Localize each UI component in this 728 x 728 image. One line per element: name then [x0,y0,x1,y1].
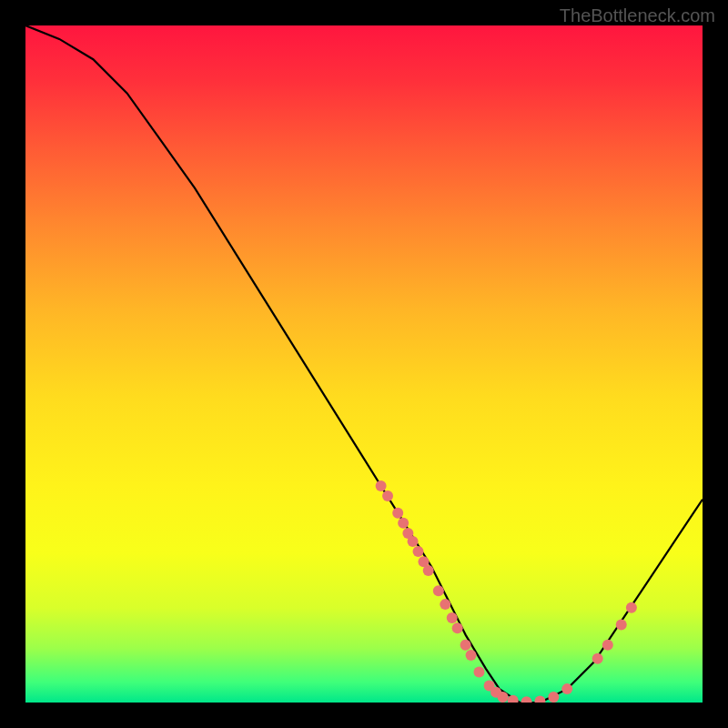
chart-svg [25,25,703,703]
data-point-marker [561,683,572,694]
plot-area [25,25,703,703]
data-point-marker [382,490,393,501]
data-point-marker [433,585,444,596]
data-point-marker [460,640,471,651]
data-point-marker [498,692,509,703]
data-point-marker [626,602,637,613]
data-point-marker [602,640,613,651]
data-point-marker [592,653,603,664]
data-point-marker [376,480,387,491]
markers-group [376,480,637,703]
data-point-marker [534,696,545,703]
data-point-marker [616,619,627,630]
data-point-marker [447,612,458,623]
data-point-marker [548,692,559,703]
data-point-marker [473,667,484,678]
data-point-marker [521,696,532,703]
data-point-marker [398,518,409,529]
data-point-marker [466,650,477,661]
data-point-marker [413,546,424,557]
data-point-marker [440,599,450,610]
watermark-text: TheBottleneck.com [560,5,715,26]
data-point-marker [392,508,403,519]
data-point-marker [423,565,434,576]
data-point-marker [452,622,463,633]
curve-line [25,25,703,703]
data-point-marker [408,536,419,547]
